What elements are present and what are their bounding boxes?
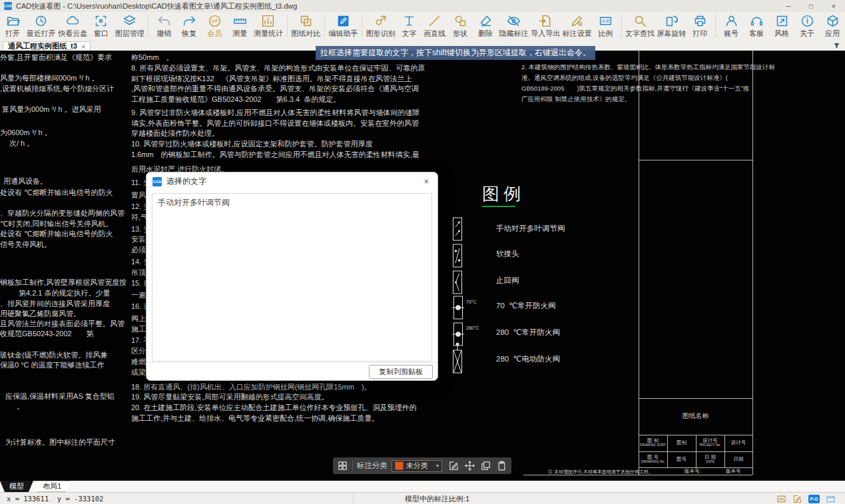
toolbar-window-tool-button[interactable]: 窗口	[89, 13, 114, 39]
titleblock-cell: 日 期DATE	[696, 451, 724, 467]
toolbar-layer-manager-button[interactable]: 图层管理	[114, 13, 145, 39]
toolbar-label: 应用	[825, 29, 840, 39]
toolbar-label: 文字查找	[625, 29, 655, 39]
minimize-button[interactable]: ─	[777, 0, 800, 12]
toolbar-style-button[interactable]: 风格	[769, 13, 794, 39]
toolbar-measure-button[interactable]: 测量	[227, 13, 252, 39]
status-bar: x = 133611 y = -333102 模型中的标注比例:1 P-O	[0, 492, 845, 504]
titleblock-cell: 图 号(DRAWING) No.	[639, 451, 667, 467]
paste-icon[interactable]	[496, 460, 507, 471]
toolbar-annotation-settings-button[interactable]: 标注设置	[561, 13, 593, 39]
toolbar-cloud-drive-button[interactable]: 快看云盘	[57, 13, 88, 39]
toolbar-scale-button[interactable]: A:B比例	[593, 13, 619, 39]
toolbar-open-button[interactable]: 打开	[0, 13, 25, 39]
toolbar-shape-recognition-button[interactable]: 图形识别	[365, 13, 396, 39]
eraser-icon	[479, 14, 493, 28]
titleblock-cell: 图 别DRAWING SORT	[639, 435, 667, 451]
cad-text-line: 、穿越防火分隔的变形缝处两侧的风管	[0, 209, 125, 217]
toolbar-support-button[interactable]: 客服	[744, 13, 769, 39]
edit-note-icon[interactable]	[448, 460, 459, 471]
toolbar-hide-annotations-button[interactable]: 隐藏标注	[498, 13, 529, 39]
cad-text-line: ℃时关闭,同时输出信号关停风机。	[0, 220, 113, 228]
grid-icon[interactable]	[337, 460, 348, 471]
toolbar-label: 打印	[693, 29, 707, 39]
toolbar-label: 画直线	[423, 29, 445, 39]
toolbar-text-button[interactable]: 文字	[397, 13, 422, 39]
close-button[interactable]: ×	[822, 0, 845, 12]
maximize-button[interactable]: □	[800, 0, 822, 12]
window-blue-icon[interactable]	[826, 494, 836, 504]
filter-funnel-icon[interactable]	[833, 41, 841, 51]
toolbar-import-export-button[interactable]: 导入导出	[530, 13, 561, 39]
legend-item-label: 止回阀	[496, 276, 519, 286]
export-icon	[539, 14, 553, 28]
dialog-footer: 复制到剪贴板	[146, 362, 437, 380]
edit-gold-icon[interactable]	[792, 494, 802, 504]
layers-icon	[123, 14, 137, 28]
toolbar-undo-button[interactable]: 撤销	[151, 13, 176, 39]
toolbar-shapes-button[interactable]: 形状	[447, 13, 473, 39]
divider	[353, 493, 354, 504]
toolbar-account-button[interactable]: 账号	[718, 13, 744, 39]
image-gold-icon[interactable]	[776, 494, 786, 504]
annotation-category-label: 标注分类	[357, 461, 388, 471]
cad-text-line: 称50mm 。	[131, 53, 174, 61]
move-icon[interactable]	[464, 460, 475, 471]
frame-line	[639, 398, 752, 399]
toolbar-apps-button[interactable]: 应用	[820, 13, 845, 39]
file-tab-label: 通风工程实例图纸_t3	[8, 41, 77, 51]
toolbar-about-button[interactable]: 关于	[794, 13, 820, 39]
sheet-tab-模型[interactable]: 模型	[0, 481, 33, 492]
toolbar-measure-stats-button[interactable]: 测量统计	[252, 13, 284, 39]
cad-text-line: 20. 在土建施工阶段,安装单位应主动配合土建施工单位作好本专业预留孔、洞及预埋…	[131, 403, 416, 411]
cad-text-line: GB50189-2005 )第五章规定的相关参数指标,并遵守现行《建设事业“十一…	[521, 85, 750, 92]
toolbar-label: 会员	[207, 29, 222, 39]
dialog-close-icon[interactable]: ×	[421, 176, 431, 186]
toolbar-edit-assistant-button[interactable]: 编辑助手	[328, 13, 359, 39]
sheet-tab-布局1[interactable]: 布局1	[33, 481, 71, 492]
toolbar-text-search-button[interactable]: 文字查找	[624, 13, 655, 39]
title-bar: CAD CAD快速看图 - C:\Users\ruohan\Desktop\CA…	[0, 0, 845, 12]
titleblock-sheet-name: 图纸名称	[639, 412, 752, 420]
cursor-coordinates: x = 133611 y = -333102	[7, 495, 103, 503]
toolbar-vip-button[interactable]: VIP会员	[202, 13, 227, 39]
chevron-down-icon: ▾	[436, 463, 439, 469]
cad-text-line: 穿越楼面处须作防水处理。	[131, 129, 219, 137]
titleblock-cell: 设计号	[724, 435, 752, 451]
toolbar-label: 风格	[774, 29, 789, 39]
headset-icon	[750, 14, 764, 28]
tab-drawing-file[interactable]: 通风工程实例图纸_t3 ×	[3, 41, 91, 51]
cad-text-line: ,设置机械排烟系统,每个防烟分区计	[0, 85, 114, 93]
category-dropdown[interactable]: 未分类 ▾	[392, 460, 442, 472]
toolbar-label: 屏幕旋转	[657, 29, 687, 39]
frame-icon	[94, 14, 108, 28]
tab-close-icon[interactable]: ×	[81, 43, 85, 51]
toolbar-draw-line-button[interactable]: 画直线	[422, 13, 448, 39]
cad-text-line: 玻钛金(级不燃)防火软管。排风兼	[0, 351, 107, 359]
toolbar-delete-button[interactable]: 删除	[473, 13, 498, 39]
toolbar-label: 比例	[599, 29, 613, 39]
toolbar-drawing-compare-button[interactable]: 图纸对比	[290, 13, 322, 39]
toolbar-label: 最近打开	[27, 29, 56, 39]
copy-to-clipboard-button[interactable]: 复制到剪贴板	[369, 365, 433, 379]
legend-temp-label: 280°C	[466, 326, 479, 330]
toolbar-print-button[interactable]: 打印	[687, 13, 712, 39]
toolbar-recent-open-button[interactable]: 最近打开	[25, 13, 57, 39]
po-badge-icon[interactable]: P-O	[808, 495, 820, 503]
dialog-title-bar[interactable]: CAD 选择的文字 ×	[146, 172, 437, 190]
toolbar-label: 打开	[5, 29, 20, 39]
selected-text-dialog: CAD 选择的文字 × 手动对开多叶调节阀 复制到剪贴板	[146, 172, 438, 381]
toolbar-redo-button[interactable]: 恢复	[176, 13, 202, 39]
category-color-swatch	[395, 461, 404, 470]
toolbar-separator	[621, 15, 622, 37]
copy-icon[interactable]	[480, 460, 491, 471]
eye-off-icon	[507, 14, 521, 28]
cad-text-line: 保温0 °C 的温度下能够连续工作	[0, 361, 105, 369]
legend-temp-label: 70°C	[466, 300, 477, 304]
cad-text-line: 8. 所有风管必须设置支、吊架。风管支、吊架的构造形式由安装单位在保证牢固、可靠…	[131, 64, 425, 72]
cad-text-line: 信号关停风机。	[0, 240, 51, 248]
toolbar-screen-rotate-button[interactable]: 屏幕旋转	[656, 13, 687, 39]
toolbar-label: 图形识别	[366, 29, 396, 39]
print-icon	[693, 14, 707, 28]
selected-text-content[interactable]: 手动对开多叶调节阀	[152, 193, 432, 362]
